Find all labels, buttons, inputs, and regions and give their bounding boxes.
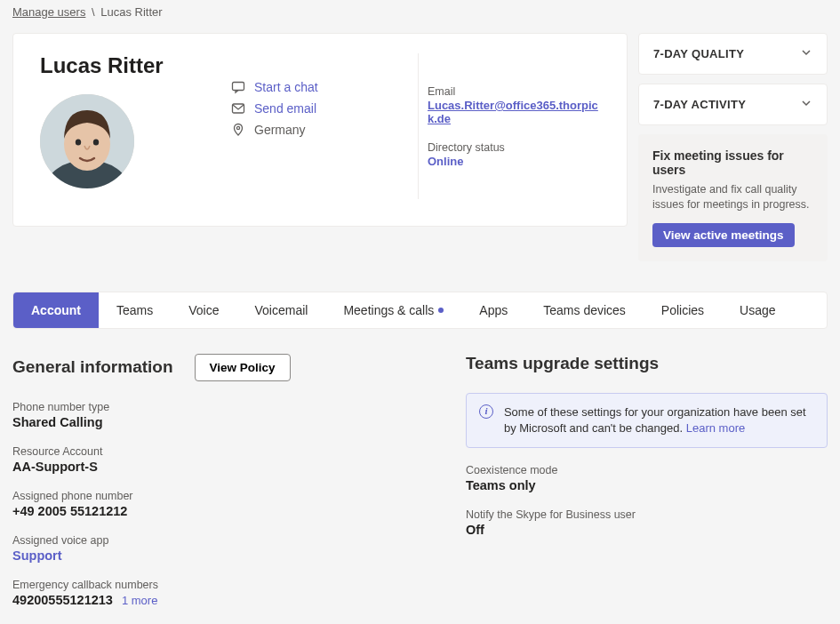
info-icon: i — [479, 404, 493, 419]
tab-account[interactable]: Account — [13, 292, 99, 328]
dir-status-label: Directory status — [428, 141, 605, 154]
tab-label: Teams devices — [543, 303, 626, 317]
quality-card[interactable]: 7-DAY QUALITY — [638, 33, 828, 75]
user-name: Lucas Ritter — [40, 53, 231, 78]
chevron-down-icon — [800, 46, 812, 61]
dir-status-value: Online — [428, 155, 605, 168]
send-email-link[interactable]: Send email — [231, 101, 409, 116]
location-icon — [231, 123, 245, 137]
email-label: Email — [428, 85, 605, 98]
fix-title: Fix meeting issues for users — [652, 148, 813, 177]
tab-voice[interactable]: Voice — [171, 292, 236, 328]
mail-icon — [231, 101, 245, 116]
tab-label: Usage — [740, 303, 775, 317]
info-banner: i Some of these settings for your organi… — [466, 393, 828, 448]
tab-label: Account — [31, 303, 81, 317]
tab-label: Meetings & calls — [343, 303, 434, 317]
svg-point-3 — [76, 139, 81, 145]
resource-account-label: Resource Account — [12, 445, 412, 458]
tab-usage[interactable]: Usage — [722, 292, 793, 328]
assigned-number-value: +49 2005 55121212 — [12, 504, 412, 518]
tab-label: Policies — [661, 303, 704, 317]
emergency-nums-label: Emergency callback numbers — [12, 579, 412, 591]
tab-meetings-calls[interactable]: Meetings & calls — [325, 292, 461, 328]
activity-card[interactable]: 7-DAY ACTIVITY — [638, 84, 828, 125]
svg-point-4 — [93, 139, 99, 145]
resource-account-value: AA-Support-S — [12, 460, 412, 474]
tabs: AccountTeamsVoiceVoicemailMeetings & cal… — [12, 292, 828, 329]
banner-text: Some of these settings for your organiza… — [504, 405, 806, 435]
quality-title: 7-DAY QUALITY — [653, 47, 744, 60]
breadcrumb-parent[interactable]: Manage users — [12, 5, 85, 19]
phone-type-label: Phone number type — [12, 401, 412, 413]
breadcrumb: Manage users \ Lucas Ritter — [0, 0, 840, 24]
tab-label: Teams — [116, 303, 153, 317]
tab-label: Voicemail — [254, 303, 308, 317]
general-heading: General information — [12, 357, 173, 377]
tab-policies[interactable]: Policies — [644, 292, 722, 328]
phone-type-value: Shared Calling — [12, 415, 412, 429]
location-row: Germany — [231, 123, 409, 137]
svg-rect-5 — [233, 83, 244, 91]
learn-more-link[interactable]: Learn more — [686, 421, 745, 435]
email-value[interactable]: Lucas.Ritter@office365.thorpick.de — [428, 99, 605, 125]
chat-icon — [231, 80, 245, 94]
fix-meeting-card: Fix meeting issues for users Investigate… — [638, 134, 828, 261]
view-active-meetings-button[interactable]: View active meetings — [652, 223, 795, 247]
notify-label: Notify the Skype for Business user — [466, 508, 828, 521]
profile-card: Lucas Ritter Start a chat — [12, 33, 628, 227]
send-email-label: Send email — [254, 101, 316, 116]
assigned-number-label: Assigned phone number — [12, 490, 412, 502]
location-label: Germany — [254, 123, 306, 137]
tab-label: Voice — [188, 303, 219, 317]
activity-title: 7-DAY ACTIVITY — [653, 98, 746, 111]
coexist-value: Teams only — [466, 478, 828, 492]
avatar — [40, 94, 134, 188]
tab-teams-devices[interactable]: Teams devices — [525, 292, 644, 328]
tab-teams[interactable]: Teams — [99, 292, 171, 328]
svg-point-7 — [236, 126, 239, 129]
voice-app-label: Assigned voice app — [12, 534, 412, 547]
tab-apps[interactable]: Apps — [461, 292, 525, 328]
upgrade-heading: Teams upgrade settings — [466, 354, 659, 373]
start-chat-link[interactable]: Start a chat — [231, 80, 409, 94]
coexist-label: Coexistence mode — [466, 464, 828, 476]
breadcrumb-current: Lucas Ritter — [100, 5, 162, 19]
start-chat-label: Start a chat — [254, 80, 318, 94]
tab-label: Apps — [479, 303, 508, 317]
emergency-nums-value: 49200555121213 — [12, 593, 113, 607]
fix-desc: Investigate and fix call quality issues … — [652, 182, 813, 212]
notification-dot-icon — [438, 308, 444, 313]
view-policy-button[interactable]: View Policy — [195, 354, 291, 381]
profile-divider — [418, 53, 419, 199]
chevron-down-icon — [800, 97, 812, 112]
tab-voicemail[interactable]: Voicemail — [236, 292, 325, 328]
breadcrumb-separator: \ — [92, 5, 95, 19]
emergency-more-link[interactable]: 1 more — [122, 594, 157, 607]
voice-app-value[interactable]: Support — [12, 548, 412, 563]
notify-value: Off — [466, 523, 828, 537]
